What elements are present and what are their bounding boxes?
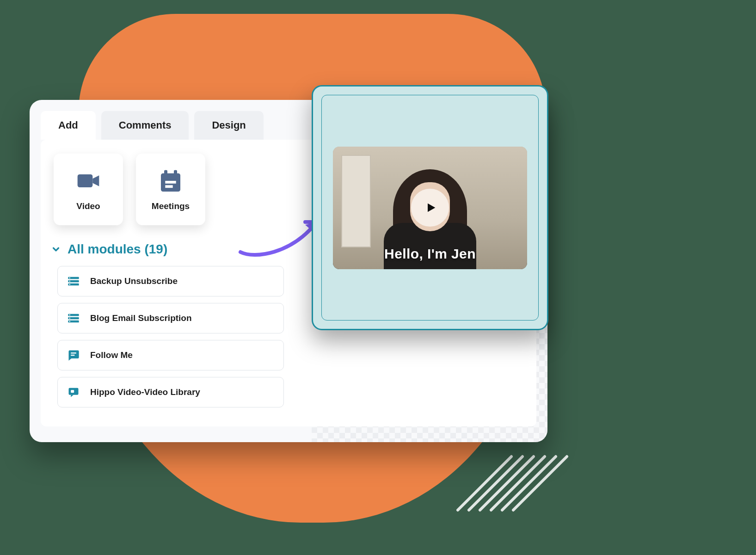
play-icon (424, 201, 437, 214)
decorative-hatch (483, 444, 562, 500)
speech-bubble-icon (67, 386, 80, 399)
video-caption: Hello, I'm Jen (384, 246, 476, 262)
svg-rect-6 (165, 185, 172, 188)
video-icon (75, 168, 101, 194)
tile-meetings-label: Meetings (152, 201, 190, 211)
svg-rect-4 (174, 170, 177, 175)
svg-rect-5 (165, 181, 176, 184)
module-label: Follow Me (90, 350, 133, 360)
tile-meetings[interactable]: Meetings (136, 154, 205, 225)
list-icon (67, 312, 80, 325)
list-icon (67, 275, 80, 288)
calendar-icon (158, 168, 184, 194)
play-button[interactable] (411, 189, 449, 227)
video-preview-card: Hello, I'm Jen (312, 85, 548, 330)
tab-design[interactable]: Design (194, 111, 263, 140)
svg-rect-20 (71, 355, 74, 356)
module-hippo-video-library[interactable]: Hippo Video-Video Library (57, 377, 284, 407)
tile-video-label: Video (76, 201, 100, 211)
module-label: Backup Unsubscribe (90, 276, 178, 286)
module-label: Hippo Video-Video Library (90, 387, 200, 397)
module-follow-me[interactable]: Follow Me (57, 340, 284, 370)
module-label: Blog Email Subscription (90, 313, 192, 323)
chevron-down-icon (51, 244, 61, 254)
all-modules-title: All modules (19) (68, 242, 167, 257)
svg-point-16 (69, 314, 70, 315)
svg-point-18 (69, 321, 70, 322)
svg-rect-0 (78, 174, 93, 187)
chat-icon (67, 349, 80, 362)
tile-video[interactable]: Video (54, 154, 123, 225)
tab-add[interactable]: Add (41, 111, 96, 140)
tab-comments[interactable]: Comments (101, 111, 189, 140)
video-thumbnail[interactable]: Hello, I'm Jen (333, 147, 527, 269)
module-backup-unsubscribe[interactable]: Backup Unsubscribe (57, 266, 284, 296)
video-preview-inner: Hello, I'm Jen (321, 95, 539, 321)
svg-point-10 (69, 278, 70, 278)
video-background-door (341, 155, 371, 247)
svg-point-12 (69, 284, 70, 285)
module-blog-email-subscription[interactable]: Blog Email Subscription (57, 303, 284, 333)
svg-rect-19 (71, 352, 76, 353)
svg-rect-22 (71, 390, 74, 393)
svg-point-11 (69, 281, 70, 282)
svg-point-17 (69, 318, 70, 319)
svg-rect-3 (164, 170, 167, 175)
